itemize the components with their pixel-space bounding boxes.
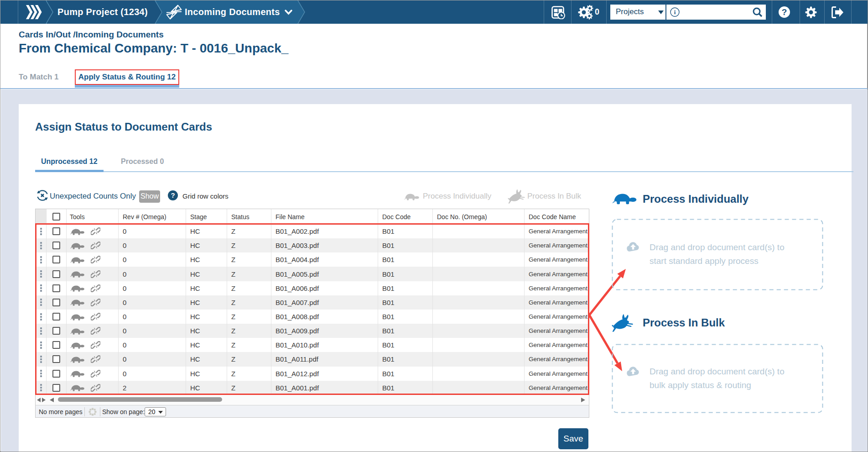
svg-text:i: i [674, 9, 676, 16]
